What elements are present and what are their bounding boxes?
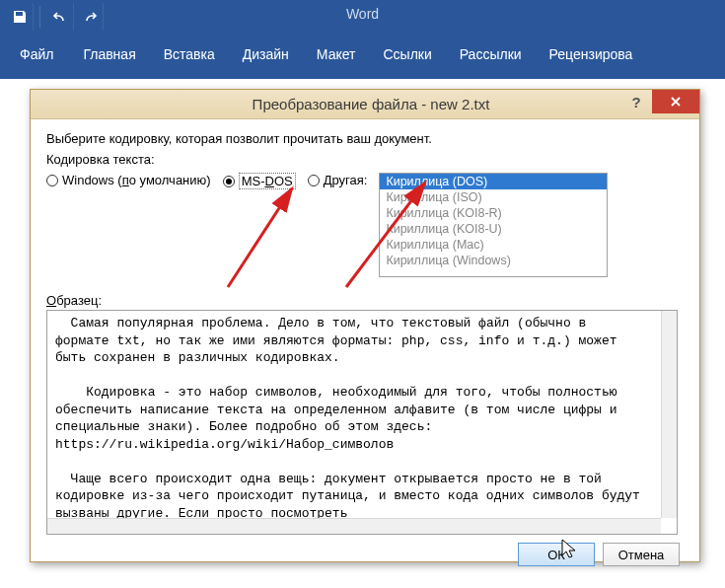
dialog-titlebar: Преобразование файла - new 2.txt ? <box>31 90 699 119</box>
tab-file[interactable]: Файл <box>4 37 69 72</box>
save-icon <box>12 9 28 25</box>
encoding-item[interactable]: Кириллица (Windows) <box>380 253 607 268</box>
sample-text: Самая популярная проблема. Дело в том, ч… <box>47 311 654 534</box>
tab-layout[interactable]: Макет <box>303 37 370 72</box>
tab-references[interactable]: Ссылки <box>369 37 445 72</box>
encoding-section-label: Кодировка текста: <box>46 152 684 167</box>
encoding-list[interactable]: Кириллица (DOS) Кириллица (ISO) Кириллиц… <box>379 173 608 277</box>
tab-mailings[interactable]: Рассылки <box>446 37 536 72</box>
encoding-item[interactable]: Кириллица (Mac) <box>380 237 607 253</box>
dialog-title: Преобразование файла - new 2.txt <box>253 96 490 112</box>
encoding-item[interactable]: Кириллица (ISO) <box>380 189 607 205</box>
dialog-help-button[interactable]: ? <box>620 90 652 113</box>
redo-button[interactable] <box>76 3 104 31</box>
radio-windows-default[interactable]: Windows (по умолчанию) <box>46 173 211 187</box>
horizontal-scrollbar[interactable] <box>47 518 661 534</box>
file-conversion-dialog: Преобразование файла - new 2.txt ? Выбер… <box>30 89 700 562</box>
sample-label: Образец: <box>46 293 684 308</box>
cancel-button[interactable]: Отмена <box>603 543 680 566</box>
encoding-item[interactable]: Кириллица (KOI8-U) <box>380 221 607 237</box>
encoding-item[interactable]: Кириллица (KOI8-R) <box>380 205 607 221</box>
ribbon: Word Файл Главная Вставка Дизайн Макет С… <box>0 0 725 79</box>
radio-other[interactable]: Другая: <box>308 173 368 187</box>
quick-access-toolbar <box>0 0 725 34</box>
radio-windows-label: Windows (по умолчанию) <box>62 173 211 187</box>
dialog-instruction: Выберите кодировку, которая позволит про… <box>46 131 684 146</box>
vertical-scrollbar[interactable] <box>661 311 677 518</box>
separator <box>39 6 40 28</box>
close-icon <box>670 96 682 108</box>
radio-msdos-label: MS-DOS <box>239 173 296 189</box>
encoding-item[interactable]: Кириллица (DOS) <box>380 174 607 189</box>
save-button[interactable] <box>6 3 34 31</box>
tab-insert[interactable]: Вставка <box>150 37 229 72</box>
tab-home[interactable]: Главная <box>69 37 149 72</box>
redo-icon <box>82 9 98 25</box>
tab-review[interactable]: Рецензирова <box>536 37 647 72</box>
sample-preview: Самая популярная проблема. Дело в том, ч… <box>46 310 678 535</box>
undo-icon <box>52 9 68 25</box>
tab-design[interactable]: Дизайн <box>229 37 303 72</box>
radio-icon <box>308 175 320 186</box>
radio-icon <box>223 176 235 187</box>
ribbon-tabs: Файл Главная Вставка Дизайн Макет Ссылки… <box>0 34 725 75</box>
ok-button[interactable]: ОК <box>518 543 595 566</box>
undo-button[interactable] <box>46 3 74 31</box>
radio-msdos[interactable]: MS-DOS <box>223 173 296 189</box>
dialog-close-button[interactable] <box>652 90 699 113</box>
radio-other-label: Другая: <box>324 173 368 187</box>
radio-icon <box>46 175 58 186</box>
